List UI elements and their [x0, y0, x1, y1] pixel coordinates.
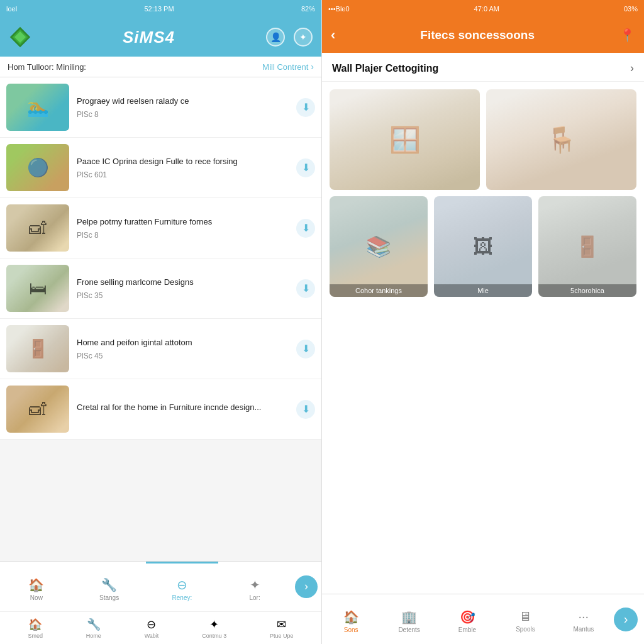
rtab-emble[interactable]: 🎯 Emble — [438, 594, 496, 644]
rtab-arrow-btn[interactable]: › — [614, 608, 638, 631]
nav-contmu-icon: ✦ — [209, 618, 219, 631]
tab-arrow-icon: › — [304, 580, 308, 593]
grid-label-0: Cohor tankings — [330, 284, 428, 297]
item-thumbnail-5: 🛋 — [6, 386, 69, 433]
list-item[interactable]: 🏊 Prograey wid reelsen ralady ce PlSc 8 … — [0, 77, 321, 138]
list-item[interactable]: 🚪 Home and peifon igintal attotom PlSc 4… — [0, 319, 321, 379]
grid-container: 🪟 🪑 📚 Cohor tankings 🖼 Mie 🚪 5chorohica — [322, 82, 644, 345]
right-spacer — [322, 345, 644, 594]
header-icons: 👤 ✦ — [266, 28, 313, 47]
sims-title: SiMS4 — [123, 28, 175, 47]
item-title-0: Prograey wid reelsen ralady ce — [77, 96, 289, 107]
rtab-emble-label: Emble — [458, 626, 476, 633]
sims-header: SiMS4 👤 ✦ — [0, 18, 321, 57]
rtab-sons[interactable]: 🏠 Sons — [322, 594, 380, 644]
rtab-detents[interactable]: 🏢 Detents — [380, 594, 438, 644]
carrier-right: •••Ble0 — [328, 5, 350, 13]
nav-ptue[interactable]: ✉ Ptue Upe — [270, 618, 294, 639]
grid-cell-3[interactable]: 🖼 Mie — [434, 196, 532, 297]
item-price-4: PlSc 45 — [77, 352, 289, 360]
item-info-5: Cretal ral for the home in Furniture inc… — [77, 402, 289, 416]
section-header[interactable]: Wall Plajer Cettogiting › — [322, 53, 644, 82]
battery-right: 03% — [624, 5, 638, 13]
rtab-spools-icon: 🖥 — [519, 609, 531, 624]
page-title: Fitecs soncessoons — [341, 28, 613, 42]
item-info-2: Pelpe potmy furatten Furniture fornes Pl… — [77, 216, 289, 239]
item-info-1: Paace IC Oprina design Fulle to rece for… — [77, 156, 289, 179]
breadcrumb-link-container[interactable]: Mill Contrent › — [262, 62, 314, 72]
breadcrumb-bar: Hom Tulloor: Miniling: Mill Contrent › — [0, 57, 321, 77]
nav-ptue-label: Ptue Upe — [270, 633, 294, 639]
scene-icon-1: 🪑 — [486, 89, 636, 190]
download-btn-2[interactable]: ⬇ — [296, 219, 315, 238]
nav-wabit-icon: ⊖ — [147, 618, 156, 631]
location-icon[interactable]: 📍 — [619, 28, 635, 43]
item-thumbnail-1: 🔵 — [6, 144, 69, 191]
nav-contmu-label: Contmu 3 — [202, 633, 226, 639]
grid-label-2: 5chorohica — [538, 284, 636, 297]
rtab-spools[interactable]: 🖥 Spools — [496, 594, 554, 644]
item-price-0: PlSc 8 — [77, 110, 289, 119]
nav-home[interactable]: 🔧 Home — [86, 618, 101, 639]
tab-reney-icon: ⊖ — [177, 577, 187, 592]
scene-icon-4: 🚪 — [538, 196, 636, 297]
download-btn-3[interactable]: ⬇ — [296, 279, 315, 298]
grid-cell-1[interactable]: 🪑 — [486, 89, 636, 190]
list-item[interactable]: 🛋 Cretal ral for the home in Furniture i… — [0, 379, 321, 440]
tab-lor[interactable]: ✦ Lor: — [218, 562, 291, 611]
tab-now-label: Now — [30, 594, 43, 601]
navigate-icon[interactable]: ✦ — [294, 28, 313, 47]
section-title: Wall Plajer Cettogiting — [332, 63, 438, 74]
nav-home-label: Home — [86, 633, 101, 639]
grid-label-1: Mie — [434, 284, 532, 297]
tab-stangs[interactable]: 🔧 Stangs — [73, 562, 146, 611]
rtab-detents-icon: 🏢 — [401, 609, 417, 625]
grid-cell-0[interactable]: 🪟 — [330, 89, 480, 190]
download-btn-4[interactable]: ⬇ — [296, 340, 315, 358]
section-arrow: › — [630, 62, 634, 75]
item-title-2: Pelpe potmy furatten Furniture fornes — [77, 216, 289, 228]
download-btn-0[interactable]: ⬇ — [296, 98, 315, 117]
tab-reney[interactable]: ⊖ Reney: — [146, 562, 219, 611]
tab-arrow-btn[interactable]: › — [295, 575, 318, 598]
list-item[interactable]: 🛋 Pelpe potmy furatten Furniture fornes … — [0, 198, 321, 258]
item-info-0: Prograey wid reelsen ralady ce PlSc 8 — [77, 96, 289, 118]
download-btn-1[interactable]: ⬇ — [296, 158, 315, 177]
nav-smed[interactable]: 🏠 Smed — [28, 618, 43, 639]
item-title-5: Cretal ral for the home in Furniture inc… — [77, 402, 289, 413]
nav-wabit[interactable]: ⊖ Wabit — [145, 618, 159, 639]
battery-left: 82% — [301, 5, 315, 13]
tab-reney-label: Reney: — [172, 594, 192, 601]
grid-bottom-row: 📚 Cohor tankings 🖼 Mie 🚪 5chorohica — [330, 196, 636, 297]
tab-now-icon: 🏠 — [28, 577, 44, 592]
item-price-3: PlSc 35 — [77, 291, 289, 300]
nav-wabit-label: Wabit — [145, 633, 159, 639]
back-button[interactable]: ‹ — [331, 27, 335, 43]
grid-top-row: 🪟 🪑 — [330, 89, 636, 190]
item-price-2: PlSc 8 — [77, 231, 289, 240]
rtab-sons-icon: 🏠 — [343, 609, 359, 625]
tab-now[interactable]: 🏠 Now — [0, 562, 73, 611]
tab-lor-icon: ✦ — [250, 577, 260, 592]
list-item[interactable]: 🔵 Paace IC Oprina design Fulle to rece f… — [0, 138, 321, 198]
bottom-tabs-left: 🏠 Now 🔧 Stangs ⊖ Reney: ✦ Lor: › — [0, 561, 321, 611]
scene-icon-2: 📚 — [330, 196, 428, 297]
content-list: 🏊 Prograey wid reelsen ralady ce PlSc 8 … — [0, 77, 321, 561]
grid-cell-4[interactable]: 🚪 5chorohica — [538, 196, 636, 297]
profile-icon[interactable]: 👤 — [266, 28, 285, 47]
rtab-spools-label: Spools — [516, 626, 535, 633]
list-item[interactable]: 🛏 Frone selling marlcome Designs PlSc 35… — [0, 258, 321, 319]
item-title-3: Frone selling marlcome Designs — [77, 277, 289, 288]
carrier-left: loel — [6, 5, 17, 13]
nav-contmu[interactable]: ✦ Contmu 3 — [202, 618, 226, 639]
rtab-mantus-label: Mantus — [573, 626, 594, 633]
item-title-1: Paace IC Oprina design Fulle to rece for… — [77, 156, 289, 167]
nav-smed-icon: 🏠 — [28, 618, 42, 631]
download-btn-5[interactable]: ⬇ — [296, 400, 315, 419]
grid-cell-2[interactable]: 📚 Cohor tankings — [330, 196, 428, 297]
nav-smed-label: Smed — [28, 633, 43, 639]
bottom-tabs-right: 🏠 Sons 🏢 Detents 🎯 Emble 🖥 Spools ··· Ma… — [322, 594, 644, 644]
nav-ptue-icon: ✉ — [277, 618, 286, 631]
scene-icon-0: 🪟 — [330, 89, 480, 190]
item-thumbnail-2: 🛋 — [6, 204, 69, 252]
